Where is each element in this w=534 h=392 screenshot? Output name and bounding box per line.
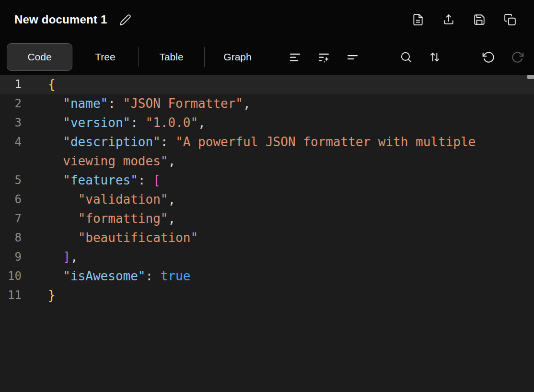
format-icon (289, 51, 302, 64)
topbar-actions (408, 10, 520, 29)
redo-button[interactable] (507, 46, 528, 68)
code-text: viewing modes", (35, 151, 175, 171)
code-text: "beautification" (35, 228, 198, 247)
code-line-2[interactable]: 2 "name": "JSON Formatter", (0, 94, 534, 113)
toolbar: CodeTreeTableGraph (0, 39, 534, 75)
code-editor[interactable]: 1{2 "name": "JSON Formatter",3 "version"… (0, 75, 534, 392)
code-text: } (35, 286, 56, 305)
copy-icon (504, 13, 516, 26)
code-line-10[interactable]: 10 "isAwesome": true (0, 266, 534, 286)
code-text: "isAwesome": true (35, 266, 190, 286)
code-line-4[interactable]: 4 "description": "A powerful JSON format… (0, 132, 534, 151)
line-number: 1 (0, 75, 35, 94)
code-text: "name": "JSON Formatter", (35, 94, 251, 113)
tab-graph[interactable]: Graph (205, 43, 270, 71)
line-number: 8 (0, 228, 35, 247)
compact-button[interactable] (342, 46, 363, 68)
code-line-wrap[interactable]: viewing modes", (0, 151, 534, 171)
line-number: 4 (0, 132, 35, 151)
line-number: 9 (0, 247, 35, 266)
new-document-icon (412, 13, 424, 26)
code-text: "features": [ (35, 171, 161, 190)
document-title: New document 1 (14, 13, 107, 26)
save-button[interactable] (470, 10, 489, 29)
rename-document-button[interactable] (116, 10, 135, 29)
share-button[interactable] (439, 10, 458, 29)
code-text: { (35, 75, 56, 94)
code-lines: 1{2 "name": "JSON Formatter",3 "version"… (0, 75, 534, 305)
app: New document 1 (0, 0, 534, 392)
code-line-8[interactable]: 8 "beautification" (0, 228, 534, 247)
code-line-5[interactable]: 5 "features": [ (0, 171, 534, 190)
compact-icon (346, 51, 359, 64)
undo-icon (482, 51, 495, 64)
save-icon (473, 13, 486, 26)
undo-button[interactable] (478, 46, 499, 68)
document-title-group: New document 1 (14, 10, 135, 29)
topbar: New document 1 (0, 0, 534, 39)
code-text: "formatting", (35, 209, 175, 228)
format-button[interactable] (284, 46, 305, 68)
search-button[interactable] (395, 46, 417, 68)
indent-guide (63, 190, 63, 209)
smart-format-button[interactable] (313, 46, 334, 68)
code-line-9[interactable]: 9 ], (0, 247, 534, 266)
sort-icon (429, 51, 441, 63)
new-document-button[interactable] (408, 10, 428, 29)
code-text: "version": "1.0.0", (35, 113, 206, 132)
mode-tabs: CodeTreeTableGraph (7, 43, 270, 71)
code-line-6[interactable]: 6 "validation", (0, 190, 534, 209)
code-text: ], (35, 247, 78, 266)
indent-guide (63, 228, 63, 247)
code-text: "description": "A powerful JSON formatte… (35, 132, 476, 151)
line-number: 2 (0, 94, 35, 113)
tab-code[interactable]: Code (7, 43, 72, 71)
scrollbar-thumb[interactable] (527, 75, 534, 79)
copy-button[interactable] (500, 10, 520, 29)
line-number: 3 (0, 113, 35, 132)
tab-table[interactable]: Table (139, 43, 204, 71)
code-text: "validation", (35, 190, 175, 209)
code-line-7[interactable]: 7 "formatting", (0, 209, 534, 228)
search-tools (395, 46, 445, 68)
redo-icon (511, 51, 524, 64)
tab-tree[interactable]: Tree (72, 43, 138, 71)
line-number (0, 151, 35, 171)
line-number: 5 (0, 171, 35, 190)
format-sparkle-icon (317, 51, 330, 64)
share-icon (442, 13, 455, 26)
indent-guide (63, 209, 63, 228)
code-line-3[interactable]: 3 "version": "1.0.0", (0, 113, 534, 132)
search-icon (400, 51, 412, 63)
history-tools (478, 46, 528, 68)
line-number: 7 (0, 209, 35, 228)
line-number: 10 (0, 266, 35, 286)
line-number: 6 (0, 190, 35, 209)
code-line-11[interactable]: 11} (0, 286, 534, 305)
code-line-1[interactable]: 1{ (0, 75, 534, 94)
line-number: 11 (0, 286, 35, 305)
sort-button[interactable] (424, 46, 445, 68)
format-tools (284, 46, 363, 68)
pencil-icon (119, 14, 131, 26)
